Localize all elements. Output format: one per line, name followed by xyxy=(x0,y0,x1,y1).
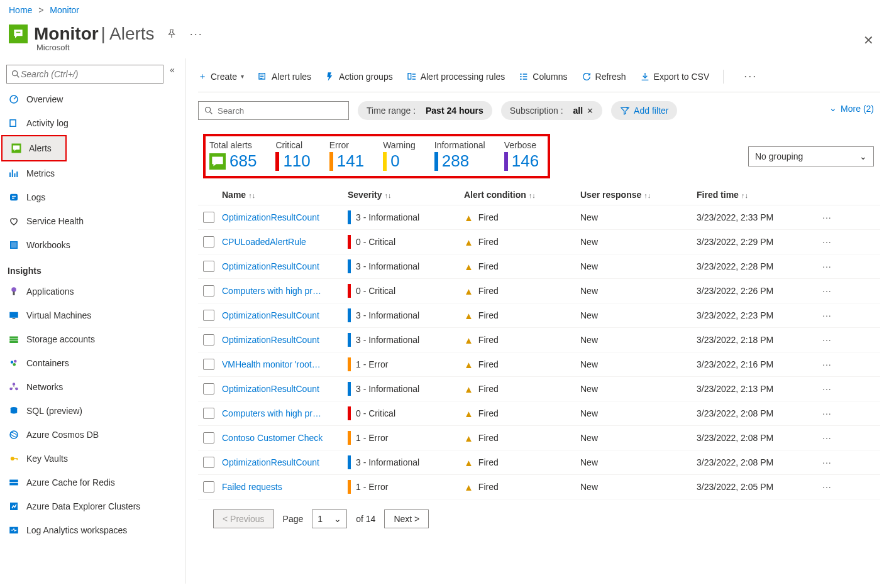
stat-error[interactable]: Error 141 xyxy=(329,140,364,171)
export-button[interactable]: Export to CSV xyxy=(640,72,710,82)
table-row[interactable]: OptimizationResultCount3 - Informational… xyxy=(198,450,880,475)
stat-informational[interactable]: Informational 288 xyxy=(434,140,485,171)
sidebar-item-alerts[interactable]: Alerts xyxy=(3,136,65,160)
row-name[interactable]: Computers with high pr… xyxy=(222,286,348,296)
table-row[interactable]: OptimizationResultCount3 - Informational… xyxy=(198,328,880,352)
filter-subscription[interactable]: Subscription : all ✕ xyxy=(501,101,602,120)
row-checkbox[interactable] xyxy=(203,310,214,321)
row-name[interactable]: OptimizationResultCount xyxy=(222,335,348,345)
table-row[interactable]: CPULoadedAlertRule0 - Critical▲FiredNew3… xyxy=(198,230,880,254)
col-fired-time[interactable]: Fired time↑↓ xyxy=(697,190,822,200)
row-name[interactable]: Contoso Customer Check xyxy=(222,433,348,443)
row-checkbox[interactable] xyxy=(203,261,214,272)
sidebar-item-loganalytics[interactable]: Log Analytics workspaces xyxy=(0,518,185,542)
col-response[interactable]: User response↑↓ xyxy=(580,190,697,200)
columns-button[interactable]: Columns xyxy=(519,72,567,82)
grouping-dropdown[interactable]: No grouping ⌄ xyxy=(748,146,874,166)
filter-time-range[interactable]: Time range : Past 24 hours xyxy=(358,101,492,120)
row-more-icon[interactable]: ··· xyxy=(822,212,832,222)
row-more-icon[interactable]: ··· xyxy=(822,237,832,247)
row-name[interactable]: OptimizationResultCount xyxy=(222,212,348,222)
sidebar-item-networks[interactable]: Networks xyxy=(0,375,185,399)
row-more-icon[interactable]: ··· xyxy=(822,286,832,296)
more-filters-link[interactable]: More (2) xyxy=(829,104,874,114)
breadcrumb-home[interactable]: Home xyxy=(9,5,32,15)
sidebar-item-workbooks[interactable]: Workbooks xyxy=(0,233,185,257)
add-filter-button[interactable]: Add filter xyxy=(611,101,677,120)
stat-total[interactable]: Total alerts 685 xyxy=(209,140,257,171)
col-condition[interactable]: Alert condition↑↓ xyxy=(464,190,580,200)
sidebar-item-cosmos[interactable]: Azure Cosmos DB xyxy=(0,423,185,447)
sidebar-item-vm[interactable]: Virtual Machines xyxy=(0,303,185,327)
sidebar-item-metrics[interactable]: Metrics xyxy=(0,161,185,185)
create-button[interactable]: ＋ Create ▾ xyxy=(198,71,244,82)
sidebar-item-health[interactable]: Service Health xyxy=(0,209,185,233)
toolbar-more-icon[interactable]: ··· xyxy=(744,70,757,83)
table-row[interactable]: OptimizationResultCount3 - Informational… xyxy=(198,205,880,230)
table-row[interactable]: Failed requests1 - Error▲FiredNew3/23/20… xyxy=(198,475,880,499)
row-more-icon[interactable]: ··· xyxy=(822,433,832,443)
sidebar-item-containers[interactable]: Containers xyxy=(0,351,185,375)
sidebar-item-activity[interactable]: Activity log xyxy=(0,111,185,135)
page-select[interactable]: 1⌄ xyxy=(312,509,347,528)
stat-verbose[interactable]: Verbose 146 xyxy=(504,140,539,171)
row-checkbox[interactable] xyxy=(203,383,214,395)
table-row[interactable]: Contoso Customer Check1 - Error▲FiredNew… xyxy=(198,426,880,450)
row-more-icon[interactable]: ··· xyxy=(822,457,832,467)
row-more-icon[interactable]: ··· xyxy=(822,384,832,394)
col-severity[interactable]: Severity↑↓ xyxy=(348,190,464,200)
row-name[interactable]: CPULoadedAlertRule xyxy=(222,237,348,247)
row-more-icon[interactable]: ··· xyxy=(822,408,832,418)
row-name[interactable]: OptimizationResultCount xyxy=(222,261,348,271)
row-checkbox[interactable] xyxy=(203,285,214,297)
sidebar-item-logs[interactable]: Logs xyxy=(0,185,185,209)
next-button[interactable]: Next > xyxy=(384,509,429,528)
sidebar-item-keyvault[interactable]: Key Vaults xyxy=(0,447,185,471)
sidebar-item-sql[interactable]: SQL (preview) xyxy=(0,399,185,423)
row-checkbox[interactable] xyxy=(203,481,214,493)
row-checkbox[interactable] xyxy=(203,236,214,248)
close-icon[interactable]: ✕ xyxy=(863,33,874,48)
row-name[interactable]: Failed requests xyxy=(222,482,348,492)
row-name[interactable]: VMHealth monitor 'root… xyxy=(222,359,348,369)
sidebar-item-apps[interactable]: Applications xyxy=(0,280,185,303)
sidebar-search-input[interactable] xyxy=(21,69,159,79)
sidebar-item-storage[interactable]: Storage accounts xyxy=(0,327,185,351)
row-more-icon[interactable]: ··· xyxy=(822,359,832,369)
row-name[interactable]: OptimizationResultCount xyxy=(222,384,348,394)
table-row[interactable]: Computers with high pr…0 - Critical▲Fire… xyxy=(198,279,880,303)
prev-button[interactable]: < Previous xyxy=(213,509,274,528)
row-more-icon[interactable]: ··· xyxy=(822,335,832,345)
processing-rules-button[interactable]: Alert processing rules xyxy=(407,72,505,82)
table-row[interactable]: OptimizationResultCount3 - Informational… xyxy=(198,303,880,328)
row-checkbox[interactable] xyxy=(203,457,214,468)
row-name[interactable]: OptimizationResultCount xyxy=(222,310,348,320)
alert-rules-button[interactable]: Alert rules xyxy=(258,72,311,82)
row-more-icon[interactable]: ··· xyxy=(822,310,832,320)
row-name[interactable]: Computers with high pr… xyxy=(222,408,348,418)
collapse-icon[interactable]: « xyxy=(170,65,175,75)
refresh-button[interactable]: Refresh xyxy=(582,72,626,82)
sidebar-item-redis[interactable]: Azure Cache for Redis xyxy=(0,471,185,494)
clear-filter-icon[interactable]: ✕ xyxy=(587,106,594,116)
table-row[interactable]: OptimizationResultCount3 - Informational… xyxy=(198,377,880,401)
alerts-search-input[interactable] xyxy=(218,106,343,116)
row-checkbox[interactable] xyxy=(203,212,214,223)
row-checkbox[interactable] xyxy=(203,359,214,370)
alerts-search[interactable] xyxy=(198,101,349,120)
row-name[interactable]: OptimizationResultCount xyxy=(222,457,348,467)
sidebar-item-overview[interactable]: Overview xyxy=(0,87,185,111)
row-checkbox[interactable] xyxy=(203,334,214,346)
action-groups-button[interactable]: Action groups xyxy=(325,72,393,82)
col-name[interactable]: Name↑↓ xyxy=(222,190,348,200)
row-more-icon[interactable]: ··· xyxy=(822,482,832,492)
row-checkbox[interactable] xyxy=(203,408,214,419)
pin-icon[interactable] xyxy=(166,28,177,40)
stat-critical[interactable]: Critical 110 xyxy=(275,140,310,171)
table-row[interactable]: Computers with high pr…0 - Critical▲Fire… xyxy=(198,401,880,426)
row-more-icon[interactable]: ··· xyxy=(822,261,832,271)
table-row[interactable]: VMHealth monitor 'root…1 - Error▲FiredNe… xyxy=(198,352,880,377)
breadcrumb-monitor[interactable]: Monitor xyxy=(50,5,79,15)
row-checkbox[interactable] xyxy=(203,432,214,444)
stat-warning[interactable]: Warning 0 xyxy=(383,140,416,171)
